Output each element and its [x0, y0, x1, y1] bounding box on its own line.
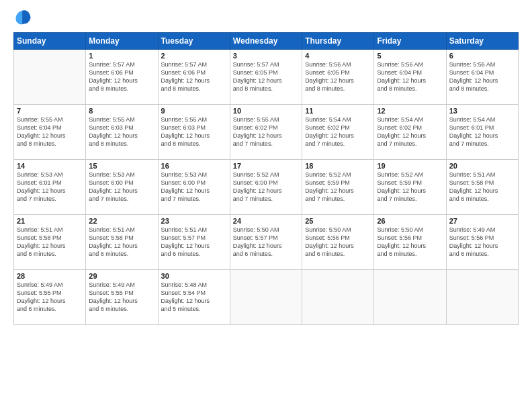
- day-number: 24: [233, 217, 299, 225]
- calendar-cell: 15Sunrise: 5:53 AM Sunset: 6:00 PM Dayli…: [86, 160, 158, 215]
- day-number: 29: [89, 272, 154, 280]
- calendar-cell: 13Sunrise: 5:54 AM Sunset: 6:01 PM Dayli…: [446, 105, 518, 160]
- day-number: 6: [449, 52, 515, 60]
- calendar-cell: 27Sunrise: 5:49 AM Sunset: 5:56 PM Dayli…: [446, 215, 518, 270]
- day-info: Sunrise: 5:51 AM Sunset: 5:58 PM Dayligh…: [17, 226, 83, 259]
- day-number: 15: [89, 162, 154, 170]
- day-number: 30: [161, 272, 227, 280]
- day-number: 10: [233, 107, 299, 115]
- weekday-header-friday: Friday: [374, 33, 446, 50]
- calendar-cell: 6Sunrise: 5:56 AM Sunset: 6:04 PM Daylig…: [446, 50, 518, 105]
- day-number: 28: [17, 272, 83, 280]
- week-row-2: 7Sunrise: 5:55 AM Sunset: 6:04 PM Daylig…: [14, 105, 519, 160]
- weekday-header-row: SundayMondayTuesdayWednesdayThursdayFrid…: [14, 33, 519, 50]
- calendar-cell: 29Sunrise: 5:49 AM Sunset: 5:55 PM Dayli…: [86, 270, 158, 325]
- day-info: Sunrise: 5:56 AM Sunset: 6:05 PM Dayligh…: [305, 60, 371, 93]
- day-number: 20: [449, 162, 515, 170]
- week-row-4: 21Sunrise: 5:51 AM Sunset: 5:58 PM Dayli…: [14, 215, 519, 270]
- day-number: 5: [377, 52, 443, 60]
- calendar-cell: 24Sunrise: 5:50 AM Sunset: 5:57 PM Dayli…: [230, 215, 302, 270]
- calendar: SundayMondayTuesdayWednesdayThursdayFrid…: [13, 32, 519, 325]
- calendar-cell: 16Sunrise: 5:53 AM Sunset: 6:00 PM Dayli…: [158, 160, 230, 215]
- day-number: 12: [377, 107, 443, 115]
- day-info: Sunrise: 5:48 AM Sunset: 5:54 PM Dayligh…: [161, 281, 227, 314]
- day-info: Sunrise: 5:51 AM Sunset: 5:58 PM Dayligh…: [89, 226, 154, 259]
- day-number: 22: [89, 217, 154, 225]
- day-info: Sunrise: 5:57 AM Sunset: 6:05 PM Dayligh…: [233, 60, 299, 93]
- calendar-cell: 9Sunrise: 5:55 AM Sunset: 6:03 PM Daylig…: [158, 105, 230, 160]
- page: SundayMondayTuesdayWednesdayThursdayFrid…: [0, 0, 532, 411]
- calendar-cell: [374, 270, 446, 325]
- calendar-cell: 2Sunrise: 5:57 AM Sunset: 6:06 PM Daylig…: [158, 50, 230, 105]
- day-number: 13: [449, 107, 515, 115]
- day-number: 23: [161, 217, 227, 225]
- header-area: [13, 11, 519, 27]
- weekday-header-monday: Monday: [86, 33, 158, 50]
- week-row-5: 28Sunrise: 5:49 AM Sunset: 5:55 PM Dayli…: [14, 270, 519, 325]
- calendar-cell: 4Sunrise: 5:56 AM Sunset: 6:05 PM Daylig…: [302, 50, 374, 105]
- day-info: Sunrise: 5:55 AM Sunset: 6:03 PM Dayligh…: [89, 116, 154, 148]
- calendar-cell: 10Sunrise: 5:55 AM Sunset: 6:02 PM Dayli…: [230, 105, 302, 160]
- calendar-cell: 7Sunrise: 5:55 AM Sunset: 6:04 PM Daylig…: [14, 105, 86, 160]
- day-info: Sunrise: 5:55 AM Sunset: 6:03 PM Dayligh…: [161, 116, 227, 148]
- day-number: 26: [377, 217, 443, 225]
- day-info: Sunrise: 5:51 AM Sunset: 5:57 PM Dayligh…: [161, 226, 227, 259]
- day-info: Sunrise: 5:52 AM Sunset: 6:00 PM Dayligh…: [233, 171, 299, 203]
- day-number: 21: [17, 217, 83, 225]
- day-info: Sunrise: 5:49 AM Sunset: 5:55 PM Dayligh…: [17, 281, 83, 314]
- weekday-header-tuesday: Tuesday: [158, 33, 230, 50]
- logo-icon: [13, 8, 32, 27]
- day-info: Sunrise: 5:49 AM Sunset: 5:55 PM Dayligh…: [89, 281, 154, 314]
- calendar-cell: [14, 50, 86, 105]
- day-info: Sunrise: 5:50 AM Sunset: 5:56 PM Dayligh…: [377, 226, 443, 259]
- day-info: Sunrise: 5:51 AM Sunset: 5:58 PM Dayligh…: [449, 171, 515, 203]
- weekday-header-wednesday: Wednesday: [230, 33, 302, 50]
- day-info: Sunrise: 5:50 AM Sunset: 5:56 PM Dayligh…: [305, 226, 371, 259]
- calendar-cell: 8Sunrise: 5:55 AM Sunset: 6:03 PM Daylig…: [86, 105, 158, 160]
- day-info: Sunrise: 5:54 AM Sunset: 6:02 PM Dayligh…: [377, 116, 443, 148]
- calendar-cell: 22Sunrise: 5:51 AM Sunset: 5:58 PM Dayli…: [86, 215, 158, 270]
- day-number: 1: [89, 52, 154, 60]
- calendar-cell: [446, 270, 518, 325]
- day-info: Sunrise: 5:50 AM Sunset: 5:57 PM Dayligh…: [233, 226, 299, 259]
- day-info: Sunrise: 5:54 AM Sunset: 6:02 PM Dayligh…: [305, 116, 371, 148]
- day-info: Sunrise: 5:56 AM Sunset: 6:04 PM Dayligh…: [449, 60, 515, 93]
- day-info: Sunrise: 5:52 AM Sunset: 5:59 PM Dayligh…: [305, 171, 371, 203]
- day-info: Sunrise: 5:53 AM Sunset: 6:01 PM Dayligh…: [17, 171, 83, 203]
- day-number: 14: [17, 162, 83, 170]
- day-info: Sunrise: 5:55 AM Sunset: 6:04 PM Dayligh…: [17, 116, 83, 148]
- calendar-cell: 30Sunrise: 5:48 AM Sunset: 5:54 PM Dayli…: [158, 270, 230, 325]
- day-info: Sunrise: 5:57 AM Sunset: 6:06 PM Dayligh…: [89, 60, 154, 93]
- day-number: 3: [233, 52, 299, 60]
- week-row-3: 14Sunrise: 5:53 AM Sunset: 6:01 PM Dayli…: [14, 160, 519, 215]
- day-info: Sunrise: 5:54 AM Sunset: 6:01 PM Dayligh…: [449, 116, 515, 148]
- day-info: Sunrise: 5:53 AM Sunset: 6:00 PM Dayligh…: [161, 171, 227, 203]
- logo: [13, 11, 32, 27]
- calendar-cell: [230, 270, 302, 325]
- weekday-header-sunday: Sunday: [14, 33, 86, 50]
- calendar-cell: 12Sunrise: 5:54 AM Sunset: 6:02 PM Dayli…: [374, 105, 446, 160]
- day-info: Sunrise: 5:49 AM Sunset: 5:56 PM Dayligh…: [449, 226, 515, 259]
- day-number: 11: [305, 107, 371, 115]
- calendar-cell: [302, 270, 374, 325]
- day-number: 2: [161, 52, 227, 60]
- day-number: 17: [233, 162, 299, 170]
- weekday-header-thursday: Thursday: [302, 33, 374, 50]
- weekday-header-saturday: Saturday: [446, 33, 518, 50]
- calendar-cell: 14Sunrise: 5:53 AM Sunset: 6:01 PM Dayli…: [14, 160, 86, 215]
- day-info: Sunrise: 5:52 AM Sunset: 5:59 PM Dayligh…: [377, 171, 443, 203]
- day-number: 9: [161, 107, 227, 115]
- day-number: 4: [305, 52, 371, 60]
- day-number: 19: [377, 162, 443, 170]
- calendar-cell: 3Sunrise: 5:57 AM Sunset: 6:05 PM Daylig…: [230, 50, 302, 105]
- calendar-cell: 21Sunrise: 5:51 AM Sunset: 5:58 PM Dayli…: [14, 215, 86, 270]
- day-info: Sunrise: 5:55 AM Sunset: 6:02 PM Dayligh…: [233, 116, 299, 148]
- calendar-cell: 26Sunrise: 5:50 AM Sunset: 5:56 PM Dayli…: [374, 215, 446, 270]
- calendar-cell: 20Sunrise: 5:51 AM Sunset: 5:58 PM Dayli…: [446, 160, 518, 215]
- day-number: 27: [449, 217, 515, 225]
- calendar-cell: 17Sunrise: 5:52 AM Sunset: 6:00 PM Dayli…: [230, 160, 302, 215]
- calendar-cell: 19Sunrise: 5:52 AM Sunset: 5:59 PM Dayli…: [374, 160, 446, 215]
- day-number: 16: [161, 162, 227, 170]
- calendar-cell: 25Sunrise: 5:50 AM Sunset: 5:56 PM Dayli…: [302, 215, 374, 270]
- day-number: 18: [305, 162, 371, 170]
